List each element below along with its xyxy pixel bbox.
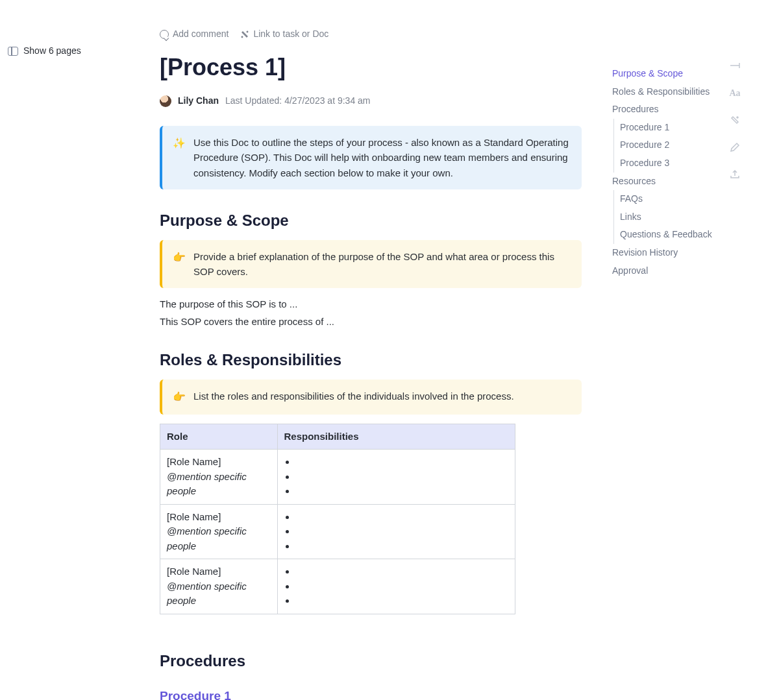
byline: Lily Chan Last Updated:4/27/2023 at 9:34… (160, 94, 582, 108)
roles-callout-text: List the roles and responsibilities of t… (193, 389, 514, 405)
purpose-line-1[interactable]: The purpose of this SOP is to ... (160, 297, 582, 312)
sidebar-icon (8, 47, 18, 56)
page-outline: Purpose & ScopeRoles & ResponsibilitiesP… (612, 65, 716, 280)
purpose-callout[interactable]: 👉 Provide a brief explanation of the pur… (160, 240, 582, 289)
responsibility-item[interactable] (296, 579, 509, 594)
roles-table[interactable]: Role Responsibilities [Role Name]@mentio… (160, 424, 515, 614)
svg-point-3 (247, 31, 249, 32)
role-cell[interactable]: [Role Name]@mention specific people (160, 504, 278, 559)
responsibility-item[interactable] (296, 470, 509, 485)
add-comment-button[interactable]: Add comment (160, 27, 229, 41)
intro-callout[interactable]: ✨ Use this Doc to outline the steps of y… (160, 126, 582, 189)
role-mention: @mention specific people (167, 470, 271, 499)
svg-point-4 (242, 36, 243, 38)
purpose-callout-text: Provide a brief explanation of the purpo… (193, 249, 570, 280)
heading-purpose[interactable]: Purpose & Scope (160, 209, 582, 232)
edit-icon[interactable] (729, 141, 741, 153)
sparkle-icon: ✨ (173, 135, 186, 180)
heading-roles[interactable]: Roles & Responsibilities (160, 348, 582, 372)
typography-icon[interactable]: Aa (729, 87, 741, 99)
role-name: [Role Name] (167, 455, 271, 470)
responsibility-item[interactable] (296, 524, 509, 539)
outline-item[interactable]: Resources (612, 173, 716, 191)
link-task-button[interactable]: Link to task or Doc (240, 27, 328, 41)
svg-point-2 (737, 117, 738, 118)
outline-item[interactable]: FAQs (612, 190, 716, 208)
role-mention: @mention specific people (167, 579, 271, 609)
outline-item[interactable]: Purpose & Scope (612, 65, 716, 83)
responsibilities-cell[interactable] (277, 450, 515, 505)
purpose-line-2[interactable]: This SOP covers the entire process of ..… (160, 315, 582, 330)
link-task-label: Link to task or Doc (253, 27, 328, 41)
outline-item[interactable]: Links (612, 208, 716, 226)
responsibility-item[interactable] (296, 539, 509, 554)
table-row[interactable]: [Role Name]@mention specific people (160, 559, 515, 614)
outline-item[interactable]: Procedures (612, 101, 716, 119)
role-name: [Role Name] (167, 510, 271, 525)
show-pages-label: Show 6 pages (23, 44, 81, 58)
roles-th-role: Role (160, 424, 278, 450)
point-right-icon: 👉 (173, 389, 186, 405)
intro-callout-text: Use this Doc to outline the steps of you… (193, 135, 570, 180)
responsibility-item[interactable] (296, 484, 509, 499)
tool-rail: Aa (728, 60, 741, 180)
outline-item[interactable]: Roles & Responsibilities (612, 83, 716, 101)
heading-procedures[interactable]: Procedures (160, 649, 582, 673)
document-body: Add comment Link to task or Doc [Process… (160, 27, 582, 700)
outline-item[interactable]: Procedure 3 (612, 154, 716, 173)
responsibilities-cell[interactable] (277, 559, 515, 614)
comment-icon (160, 30, 169, 39)
role-cell[interactable]: [Role Name]@mention specific people (160, 450, 278, 505)
role-cell[interactable]: [Role Name]@mention specific people (160, 559, 278, 614)
point-right-icon: 👉 (173, 249, 186, 280)
outline-item[interactable]: Procedure 1 (612, 119, 716, 137)
author-name[interactable]: Lily Chan (178, 94, 219, 108)
role-name: [Role Name] (167, 564, 271, 579)
outline-item[interactable]: Questions & Feedback (612, 226, 716, 244)
responsibility-item[interactable] (296, 510, 509, 525)
outline-item[interactable]: Revision History (612, 244, 716, 262)
responsibility-item[interactable] (296, 594, 509, 609)
table-row[interactable]: [Role Name]@mention specific people (160, 450, 515, 505)
page-title[interactable]: [Process 1] (160, 50, 582, 85)
show-pages-toggle[interactable]: Show 6 pages (8, 44, 81, 58)
role-mention: @mention specific people (167, 524, 271, 553)
responsibility-item[interactable] (296, 564, 509, 579)
roles-callout[interactable]: 👉 List the roles and responsibilities of… (160, 380, 582, 415)
table-row[interactable]: [Role Name]@mention specific people (160, 504, 515, 559)
export-icon[interactable] (729, 169, 741, 180)
outline-item[interactable]: Approval (612, 262, 716, 280)
outline-item[interactable]: Procedure 2 (612, 136, 716, 154)
last-updated: Last Updated:4/27/2023 at 9:34 am (225, 94, 371, 108)
width-icon[interactable] (729, 60, 741, 71)
wand-icon (240, 30, 249, 39)
doc-toolbar: Add comment Link to task or Doc (160, 27, 582, 41)
author-avatar[interactable] (160, 95, 171, 107)
responsibilities-cell[interactable] (277, 504, 515, 559)
add-comment-label: Add comment (173, 27, 229, 41)
responsibility-item[interactable] (296, 455, 509, 470)
ai-icon[interactable] (729, 114, 741, 126)
roles-th-responsibilities: Responsibilities (277, 424, 515, 450)
heading-procedure-1[interactable]: Procedure 1 (160, 687, 582, 700)
